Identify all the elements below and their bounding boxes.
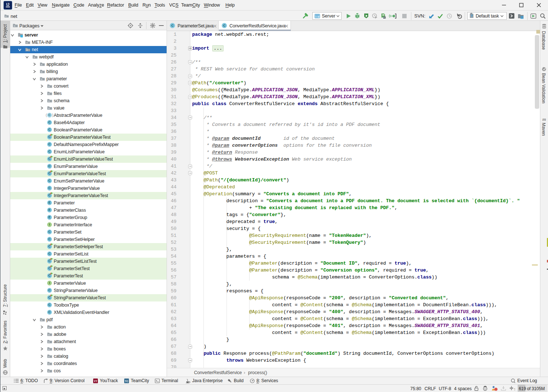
- svg-text:?: ?: [471, 14, 473, 18]
- svg-text:m: m: [542, 117, 546, 121]
- svg-text:TC: TC: [125, 380, 128, 382]
- svg-text:?: ?: [514, 388, 515, 391]
- svg-text:TC: TC: [383, 16, 386, 19]
- svg-text:YT: YT: [94, 380, 98, 382]
